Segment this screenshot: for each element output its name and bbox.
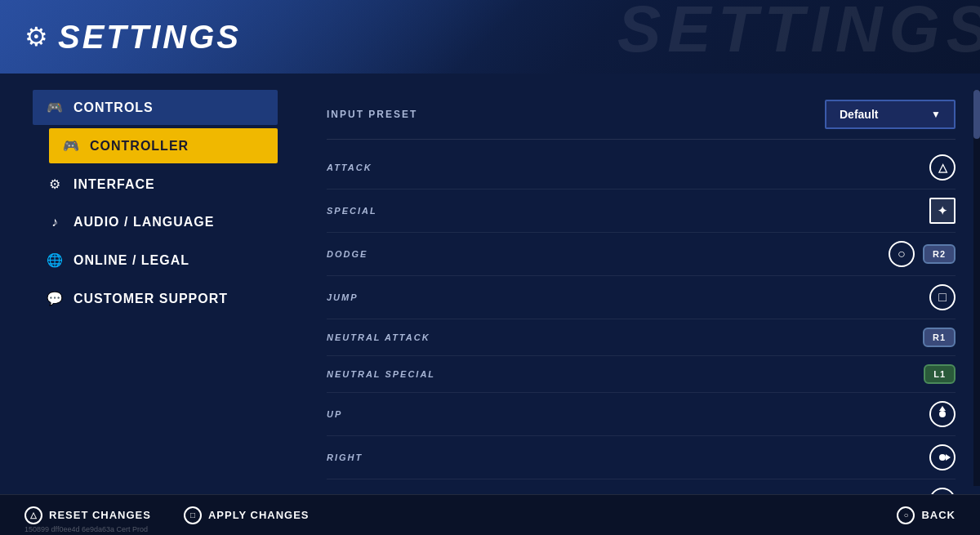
support-icon: 💬: [46, 291, 64, 306]
binding-label-jump: JUMP: [327, 292, 359, 302]
binding-label-neutral-attack: NEUTRAL ATTACK: [327, 332, 430, 342]
button-r2[interactable]: R2: [923, 244, 956, 264]
binding-controls-neutral-special: L1: [924, 364, 956, 384]
binding-controls-neutral-attack: R1: [923, 328, 956, 347]
sidebar-item-controller[interactable]: 🎮 CONTROLLER: [49, 128, 278, 163]
version-info: 150899 dff0ee4d 6e9da63a Cert Prod: [24, 525, 148, 535]
binding-label-up: UP: [327, 409, 342, 419]
sidebar-item-label-interface: INTERFACE: [74, 177, 155, 192]
square-footer-icon: □: [184, 506, 202, 524]
stick-up-icon[interactable]: [929, 401, 956, 427]
reset-changes-button[interactable]: △ RESET CHANGES: [24, 506, 151, 524]
sidebar-item-label-audio: AUDIO / LANGUAGE: [74, 215, 214, 230]
page-title: SETTINGS: [58, 19, 241, 56]
controller-icon: 🎮: [62, 138, 80, 154]
audio-icon: ♪: [46, 215, 64, 230]
stick-right-icon[interactable]: [929, 444, 956, 470]
button-circle[interactable]: [889, 241, 915, 267]
sidebar-item-interface[interactable]: ⚙ INTERFACE: [33, 167, 278, 202]
sidebar-item-support[interactable]: 💬 CUSTOMER SUPPORT: [33, 281, 278, 316]
apply-changes-button[interactable]: □ APPLY CHANGES: [184, 506, 310, 524]
controls-icon: 🎮: [46, 100, 64, 115]
binding-controls-up: [929, 401, 956, 427]
sidebar-item-label-online: ONLINE / LEGAL: [74, 253, 189, 268]
sidebar-item-online[interactable]: 🌐 ONLINE / LEGAL: [33, 243, 278, 278]
binding-controls-attack: [929, 154, 956, 181]
binding-label-special: SPECIAL: [327, 206, 377, 216]
binding-controls-special: [929, 198, 956, 224]
button-r1[interactable]: R1: [923, 328, 956, 347]
sidebar: 🎮 CONTROLS 🎮 CONTROLLER ⚙ INTERFACE ♪ AU…: [0, 74, 310, 535]
input-preset-dropdown[interactable]: Default ▼: [825, 100, 956, 129]
button-dpad[interactable]: [929, 198, 956, 224]
binding-row-right: RIGHT: [327, 436, 956, 479]
sidebar-item-label-controls: CONTROLS: [74, 100, 154, 115]
binding-label-right: RIGHT: [327, 453, 363, 462]
back-button[interactable]: ○ BACK: [897, 506, 956, 524]
circle-footer-icon: ○: [897, 506, 915, 524]
binding-controls-dodge: R2: [889, 241, 956, 267]
binding-controls-right: [929, 444, 956, 470]
binding-row-neutral-attack: NEUTRAL ATTACK R1: [327, 319, 956, 356]
chevron-down-icon: ▼: [931, 109, 941, 120]
back-label: BACK: [921, 509, 956, 521]
input-preset-label: INPUT PRESET: [327, 109, 417, 120]
gear-icon: ⚙: [24, 21, 48, 52]
button-square[interactable]: [929, 284, 956, 310]
sidebar-item-audio[interactable]: ♪ AUDIO / LANGUAGE: [33, 205, 278, 239]
sidebar-item-label-controller: CONTROLLER: [90, 139, 189, 154]
reset-label: RESET CHANGES: [49, 509, 151, 521]
triangle-footer-icon: △: [24, 506, 42, 524]
header-bg-text: SETTINGS: [617, 0, 980, 67]
scroll-thumb[interactable]: [973, 90, 980, 139]
button-triangle[interactable]: [929, 154, 956, 181]
apply-label: APPLY CHANGES: [208, 509, 310, 521]
footer: △ RESET CHANGES □ APPLY CHANGES ○ BACK 1…: [0, 494, 980, 535]
binding-label-neutral-special: NEUTRAL SPECIAL: [327, 369, 435, 379]
content-wrapper: INPUT PRESET Default ▼ ATTACK SPECIAL: [327, 90, 956, 535]
binding-label-attack: ATTACK: [327, 163, 372, 172]
header: SETTINGS ⚙ SETTINGS: [0, 0, 980, 74]
content-area: INPUT PRESET Default ▼ ATTACK SPECIAL: [310, 74, 980, 535]
binding-row-jump: JUMP: [327, 276, 956, 319]
binding-row-special: SPECIAL: [327, 189, 956, 233]
interface-icon: ⚙: [46, 176, 64, 192]
sidebar-item-label-support: CUSTOMER SUPPORT: [74, 292, 228, 306]
binding-controls-jump: [929, 284, 956, 310]
binding-row-neutral-special: NEUTRAL SPECIAL L1: [327, 356, 956, 393]
button-l1[interactable]: L1: [924, 364, 956, 384]
online-icon: 🌐: [46, 252, 64, 268]
sidebar-item-controls[interactable]: 🎮 CONTROLS: [33, 90, 278, 125]
input-preset-row: INPUT PRESET Default ▼: [327, 90, 956, 140]
binding-row-dodge: DODGE R2: [327, 233, 956, 276]
binding-label-dodge: DODGE: [327, 249, 368, 259]
main-content: 🎮 CONTROLS 🎮 CONTROLLER ⚙ INTERFACE ♪ AU…: [0, 74, 980, 535]
binding-row-up: UP: [327, 393, 956, 436]
input-preset-value: Default: [840, 108, 878, 121]
scroll-track: [973, 90, 980, 486]
header-title: ⚙ SETTINGS: [24, 19, 241, 56]
binding-row-attack: ATTACK: [327, 146, 956, 189]
